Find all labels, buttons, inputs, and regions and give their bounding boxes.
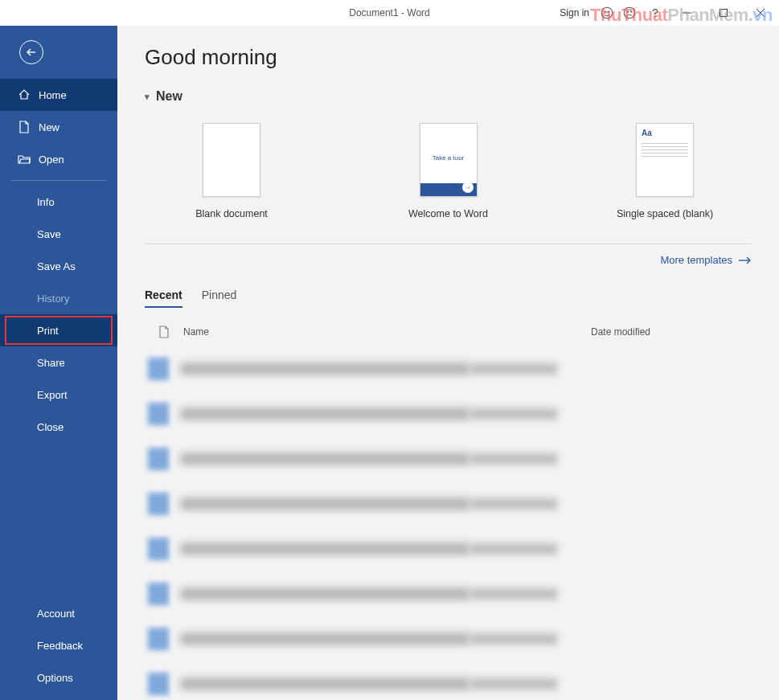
svg-point-2	[609, 11, 609, 12]
titlebar: Document1 - Word Sign in ?	[0, 0, 779, 26]
sad-face-icon[interactable]	[620, 3, 639, 23]
sidebar-item-export[interactable]: Export	[0, 379, 117, 411]
list-item[interactable]	[145, 526, 752, 571]
template-single-thumb: Aa	[636, 123, 694, 197]
list-item[interactable]	[145, 616, 752, 661]
sidebar-item-home[interactable]: Home	[0, 79, 117, 111]
home-icon	[18, 88, 31, 101]
tour-text: Take a tour	[420, 154, 477, 162]
sidebar-item-share[interactable]: Share	[0, 346, 117, 379]
sidebar-item-history: History	[0, 282, 117, 314]
back-button[interactable]	[0, 26, 117, 79]
template-blank-thumb	[203, 123, 260, 197]
sidebar-divider	[11, 180, 106, 181]
list-item[interactable]	[145, 481, 752, 526]
template-single-label: Single spaced (blank)	[617, 208, 713, 219]
arrow-right-icon: →	[462, 182, 474, 193]
sidebar-item-feedback[interactable]: Feedback	[0, 629, 117, 661]
templates-row: Blank document Take a tour → Welcome to …	[159, 123, 737, 219]
document-title: Document1 - Word	[349, 7, 429, 18]
back-arrow-icon	[19, 40, 43, 64]
sidebar-label-open: Open	[39, 154, 64, 166]
sidebar-item-saveas[interactable]: Save As	[0, 250, 117, 282]
content: Good morning ▾ New Blank document Take a…	[117, 26, 779, 700]
sidebar-item-options[interactable]: Options	[0, 661, 117, 694]
document-icon	[18, 121, 31, 133]
tab-recent[interactable]: Recent	[145, 289, 182, 308]
sidebar-item-save[interactable]: Save	[0, 218, 117, 250]
template-welcome-thumb: Take a tour →	[420, 123, 478, 197]
greeting-heading: Good morning	[145, 45, 752, 70]
happy-face-icon[interactable]	[597, 3, 617, 23]
svg-point-1	[605, 11, 605, 12]
list-item[interactable]	[145, 571, 752, 616]
list-item[interactable]	[145, 346, 752, 391]
svg-point-0	[601, 7, 613, 18]
more-templates-link[interactable]: More templates	[145, 254, 752, 266]
new-section-label: New	[156, 89, 182, 104]
list-item[interactable]	[145, 436, 752, 481]
chevron-down-icon: ▾	[145, 92, 150, 102]
section-divider	[145, 244, 752, 244]
template-welcome-label: Welcome to Word	[408, 208, 488, 219]
sidebar-label-home: Home	[39, 89, 67, 101]
recent-rows	[145, 346, 752, 700]
sidebar-item-info[interactable]: Info	[0, 186, 117, 218]
sidebar-item-account[interactable]: Account	[0, 597, 117, 629]
document-icon	[158, 325, 170, 338]
sidebar-item-new[interactable]: New	[0, 111, 117, 143]
svg-rect-7	[720, 10, 728, 17]
col-date[interactable]: Date modified	[591, 326, 752, 338]
help-icon[interactable]: ?	[646, 3, 665, 23]
signin-link[interactable]: Sign in	[560, 7, 589, 18]
folder-open-icon	[18, 153, 31, 166]
content-scroll[interactable]: Good morning ▾ New Blank document Take a…	[117, 26, 779, 700]
sidebar-label-new: New	[39, 121, 59, 133]
annotation-highlight	[5, 316, 113, 345]
template-single[interactable]: Aa Single spaced (blank)	[592, 123, 737, 219]
app-body: Home New Open Info Save Save As History …	[0, 26, 779, 700]
sidebar-item-open[interactable]: Open	[0, 143, 117, 175]
template-blank[interactable]: Blank document	[159, 123, 304, 219]
template-welcome[interactable]: Take a tour → Welcome to Word	[376, 123, 521, 219]
more-templates-label: More templates	[660, 254, 732, 266]
minimize-button[interactable]	[668, 0, 705, 26]
sidebar-item-close[interactable]: Close	[0, 411, 117, 443]
titlebar-right: Sign in ?	[560, 0, 779, 26]
arrow-right-icon	[739, 256, 752, 264]
sidebar-spacer	[0, 443, 117, 597]
svg-point-4	[627, 11, 628, 12]
list-item[interactable]	[145, 661, 752, 700]
list-item[interactable]	[145, 391, 752, 436]
table-header: Name Date modified	[145, 322, 752, 346]
col-name[interactable]: Name	[183, 326, 591, 338]
svg-point-5	[631, 11, 632, 12]
new-section-header[interactable]: ▾ New	[145, 89, 752, 104]
maximize-button[interactable]	[705, 0, 742, 26]
sidebar-item-print[interactable]: Print	[0, 314, 117, 346]
tab-pinned[interactable]: Pinned	[202, 289, 237, 308]
template-blank-label: Blank document	[195, 208, 268, 219]
recent-tabs: Recent Pinned	[145, 289, 752, 308]
col-icon	[145, 325, 183, 338]
svg-point-3	[624, 7, 635, 18]
sidebar: Home New Open Info Save Save As History …	[0, 26, 117, 700]
close-button[interactable]	[742, 0, 779, 26]
